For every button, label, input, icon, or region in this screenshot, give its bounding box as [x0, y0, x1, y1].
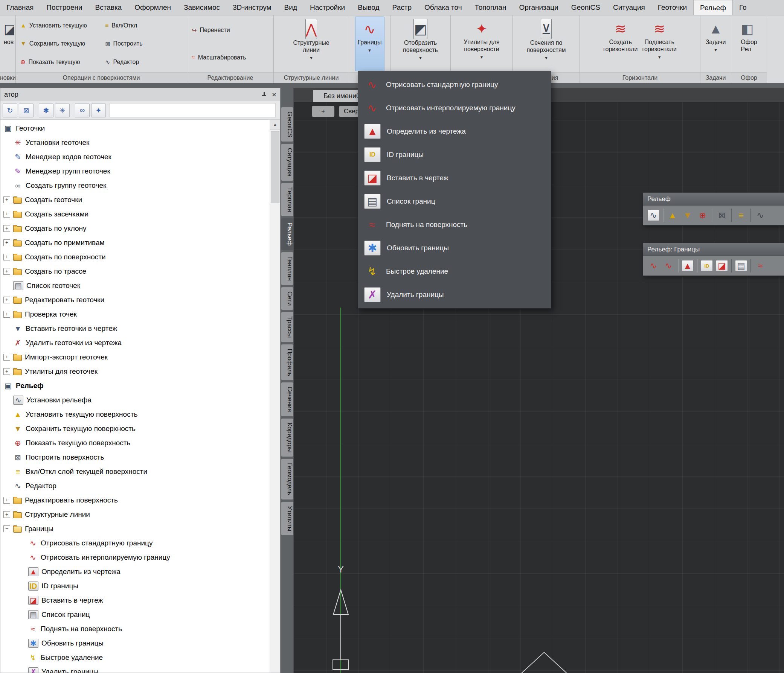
tree-item[interactable]: ∿Установки рельефа [0, 393, 270, 407]
boundary-red-button[interactable]: ∿ [646, 258, 661, 274]
menu-tab-1[interactable]: Построени [40, 0, 89, 15]
tree-item[interactable]: +Редактировать геоточки [0, 293, 270, 307]
ribbon-small-button[interactable]: ≈Масштабировать [189, 44, 272, 71]
ribbon-large-button[interactable]: ⋀Структурные линии▾ [291, 17, 331, 71]
tree-expander-icon[interactable]: + [3, 239, 10, 246]
tree-item[interactable]: ▣Рельеф [0, 379, 270, 393]
workspace-tab-8[interactable]: Сечения [281, 382, 293, 416]
dropdown-item-7[interactable]: ✱Обновить границы [358, 236, 551, 260]
tree-expander-icon[interactable]: + [3, 268, 10, 275]
menu-tab-4[interactable]: Зависимос [177, 0, 226, 15]
workspace-tab-2[interactable]: Терплан [281, 183, 293, 216]
tree-item[interactable]: ◪Вставить в чертеж [0, 593, 270, 608]
relief-settings-button[interactable]: ∿ [646, 207, 661, 223]
menu-tab-6[interactable]: Вид [278, 0, 303, 15]
tree-item[interactable]: ✗Удалить геоточки из чертежа [0, 336, 270, 350]
menu-tab-10[interactable]: Облака точ [418, 0, 468, 15]
ribbon-large-button[interactable]: ≋Подписать горизонтали▾ [640, 17, 679, 71]
tree-expander-icon[interactable]: − [3, 525, 10, 532]
save-current-button[interactable]: ▼ [680, 207, 695, 223]
workspace-tab-10[interactable]: Геомодель [281, 459, 293, 499]
tree-item[interactable]: ⊠Построить поверхность [0, 450, 270, 465]
workspace-tab-6[interactable]: Трассы [281, 312, 293, 342]
settings-a-button[interactable]: ✱ [39, 104, 53, 117]
dropdown-item-4[interactable]: ◪Вставить в чертеж [358, 166, 551, 190]
workspace-tab-1[interactable]: Ситуация [281, 144, 293, 181]
tree-item[interactable]: ✎Менеджер групп геоточек [0, 164, 270, 179]
ribbon-small-button[interactable]: ↪Перенести [189, 17, 272, 44]
tree-item[interactable]: ∿Отрисовать стандартную границу [0, 536, 270, 550]
floating-toolbar-boundaries-title[interactable]: Рельеф: Границы [643, 243, 784, 256]
menu-tab-15[interactable]: Геоточки [652, 0, 693, 15]
tree-item[interactable]: +Создать по уклону [0, 221, 270, 236]
tree-item[interactable]: ▼Вставить геоточки в чертеж [0, 322, 270, 336]
pin-icon[interactable] [262, 92, 267, 97]
menu-tab-8[interactable]: Вывод [352, 0, 386, 15]
menu-tab-14[interactable]: Ситуация [607, 0, 652, 15]
tree-item[interactable]: ≈Поднять на поверхность [0, 622, 270, 636]
ribbon-large-button[interactable]: ◩Отобразить поверхность▾ [401, 17, 440, 71]
menu-tab-11[interactable]: Топоплан [468, 0, 513, 15]
set-current-button[interactable]: ▲ [665, 207, 680, 223]
dropdown-item-3[interactable]: IDID границы [358, 143, 551, 166]
menu-tab-2[interactable]: Вставка [89, 0, 128, 15]
workspace-tab-3[interactable]: Рельеф [281, 218, 293, 250]
tree-item[interactable]: ∿Редактор [0, 479, 270, 493]
tree-item[interactable]: ▤Список границ [0, 608, 270, 622]
tree-expander-icon[interactable]: + [3, 254, 10, 261]
tree-item[interactable]: ∞Создать группу геоточек [0, 179, 270, 193]
tree-item[interactable]: ▣Геоточки [0, 121, 270, 135]
toggle-layers-button[interactable]: ≡ [734, 207, 748, 223]
dropdown-item-1[interactable]: ∿Отрисовать интерполируемую границу [358, 96, 551, 120]
menu-tab-0[interactable]: Главная [0, 0, 40, 15]
floating-toolbar-relief[interactable]: Рельеф ∿▲▼⊕⊠≡∿ [643, 192, 784, 225]
ribbon-small-button[interactable]: ∿Редактор [102, 53, 185, 71]
tree-item[interactable]: +Редактировать поверхность [0, 493, 270, 507]
workspace-tab-4[interactable]: Генплан [281, 252, 293, 285]
menu-tab-13[interactable]: GeoniCS [565, 0, 607, 15]
ribbon-small-button[interactable]: ≡Вкл/Откл [102, 17, 185, 35]
scrollbar-thumb[interactable] [271, 131, 279, 203]
insert-drawing-button[interactable]: ◪ [714, 258, 730, 274]
tree-item[interactable]: ✱Обновить границы [0, 636, 270, 650]
tree-item[interactable]: ✎Менеджер кодов геоточек [0, 150, 270, 164]
tree-expander-icon[interactable]: + [3, 225, 10, 232]
tree-expander-icon[interactable]: + [3, 354, 10, 361]
tree-item[interactable]: +Создать по поверхности [0, 250, 270, 264]
build-surface-button[interactable]: ⊠ [714, 207, 730, 223]
options-button[interactable]: ✦ [91, 104, 106, 117]
tree-item[interactable]: +Проверка точек [0, 307, 270, 322]
refresh-button[interactable]: ↻ [3, 104, 17, 117]
workspace-tab-7[interactable]: Профиль [281, 344, 293, 380]
ribbon-large-button[interactable]: ◪новки [2, 17, 14, 71]
ribbon-small-button[interactable]: ⊕Показать текущую [17, 53, 101, 71]
dropdown-item-5[interactable]: ▤Список границ [358, 190, 551, 213]
tree-expander-icon[interactable]: + [3, 368, 10, 375]
clear-button[interactable]: ⊠ [19, 104, 34, 117]
tree-item[interactable]: +Создать по трассе [0, 264, 270, 278]
menu-tab-16[interactable]: Рельеф [693, 0, 733, 15]
boundary-red2-button[interactable]: ∿ [661, 258, 676, 274]
tree-item[interactable]: ▼Сохранить текущую поверхность [0, 421, 270, 436]
close-icon[interactable]: × [272, 91, 276, 98]
ribbon-large-button[interactable]: ✦Утилиты для поверхности▾ [461, 17, 502, 71]
ribbon-large-button[interactable]: ◧Офор Рел [739, 17, 759, 71]
scroll-up-icon[interactable]: ▲ [270, 120, 280, 130]
menu-tab-17[interactable]: Го [733, 0, 753, 15]
floating-toolbar-relief-title[interactable]: Рельеф [643, 193, 784, 205]
menu-tab-7[interactable]: Настройки [303, 0, 352, 15]
ribbon-large-button[interactable]: ∿Границы▾ [355, 17, 384, 71]
raise-surface-button[interactable]: ≈ [753, 258, 768, 274]
tree-item[interactable]: ▲Установить текущую поверхность [0, 407, 270, 421]
tree-item[interactable]: ≡Вкл/Откл слой текущей поверхности [0, 465, 270, 479]
tree-item[interactable]: ▤Список геоточек [0, 278, 270, 293]
tree-item[interactable]: +Импорт-экспорт геоточек [0, 350, 270, 364]
ribbon-small-button[interactable]: ▼Сохранить текущую [17, 35, 101, 53]
tree-item[interactable]: +Создать по примитивам [0, 236, 270, 250]
tree-item[interactable]: ✳Установки геоточек [0, 135, 270, 150]
tree-expander-icon[interactable]: + [3, 497, 10, 504]
ribbon-small-button[interactable]: ⊠Построить [102, 35, 185, 53]
tree-expander-icon[interactable]: + [3, 511, 10, 518]
tree-scrollbar[interactable]: ▲ [270, 120, 280, 673]
define-drawing-button[interactable]: ▲ [680, 258, 695, 274]
